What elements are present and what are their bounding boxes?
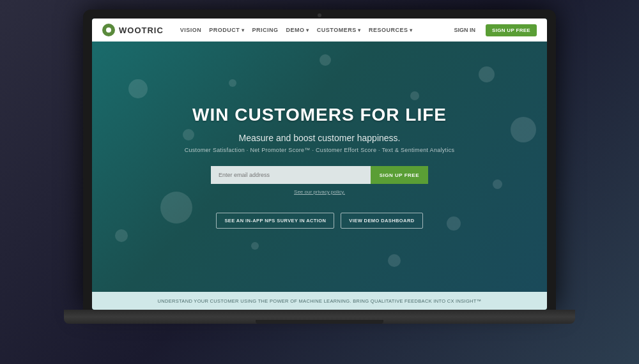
navbar: WOOTRIC VISION PRODUCT PRICING DEMO CUST… [92, 19, 547, 42]
email-form: SIGN UP FREE [211, 166, 428, 184]
bubble [511, 117, 536, 142]
bubble [160, 192, 192, 224]
privacy-link[interactable]: See our privacy policy. [294, 189, 345, 195]
hero-subtitle: Measure and boost customer happiness. [239, 133, 401, 143]
bubble [183, 129, 194, 140]
nps-survey-button[interactable]: SEE AN IN-APP NPS SURVEY IN ACTION [216, 213, 334, 229]
logo-area: WOOTRIC [102, 24, 164, 36]
nav-customers[interactable]: CUSTOMERS [317, 27, 361, 33]
bubble [251, 242, 259, 250]
logo-icon [102, 24, 115, 36]
nav-demo[interactable]: DEMO [286, 27, 309, 33]
signup-button[interactable]: SIGN UP FREE [371, 166, 428, 184]
nav-pricing[interactable]: PRICING [252, 27, 279, 33]
nav-product[interactable]: PRODUCT [209, 27, 244, 33]
laptop-camera [318, 13, 321, 17]
bubble [479, 66, 495, 82]
bottom-banner-main-text: UNDERSTAND YOUR CUSTOMER USING THE POWER… [158, 298, 482, 304]
bubble [493, 179, 502, 189]
nav-vision[interactable]: VISION [180, 27, 202, 33]
bubble [115, 229, 128, 242]
bubble [388, 254, 401, 267]
bottom-banner: UNDERSTAND YOUR CUSTOMER USING THE POWER… [92, 292, 547, 310]
website: WOOTRIC VISION PRODUCT PRICING DEMO CUST… [92, 19, 547, 310]
bubble [128, 79, 148, 98]
laptop-container: WOOTRIC VISION PRODUCT PRICING DEMO CUST… [58, 10, 581, 354]
laptop-screen: WOOTRIC VISION PRODUCT PRICING DEMO CUST… [92, 19, 547, 310]
bubble [320, 54, 331, 66]
nav-items: VISION PRODUCT PRICING DEMO CUSTOMERS RE… [180, 27, 444, 33]
hero-features: Customer Satisfaction · Net Promoter Sco… [185, 147, 455, 153]
bubble [447, 216, 461, 231]
nav-signin[interactable]: SIGN IN [454, 27, 476, 33]
logo-text: WOOTRIC [119, 26, 164, 35]
nav-signup-button[interactable]: SIGN UP FREE [486, 24, 537, 36]
email-input[interactable] [211, 166, 371, 184]
laptop-base [64, 310, 575, 324]
laptop-bezel: WOOTRIC VISION PRODUCT PRICING DEMO CUST… [83, 10, 556, 310]
hero-section: WIN CUSTOMERS FOR LIFE Measure and boost… [92, 42, 547, 292]
bubble [410, 91, 419, 100]
bubble [229, 79, 236, 87]
demo-dashboard-button[interactable]: VIEW DEMO DASHBOARD [341, 213, 422, 229]
action-buttons: SEE AN IN-APP NPS SURVEY IN ACTION VIEW … [216, 213, 422, 229]
bottom-banner-text: UNDERSTAND YOUR CUSTOMER USING THE POWER… [158, 298, 482, 304]
hero-title: WIN CUSTOMERS FOR LIFE [192, 105, 447, 125]
nav-resources[interactable]: RESOURCES [369, 27, 413, 33]
